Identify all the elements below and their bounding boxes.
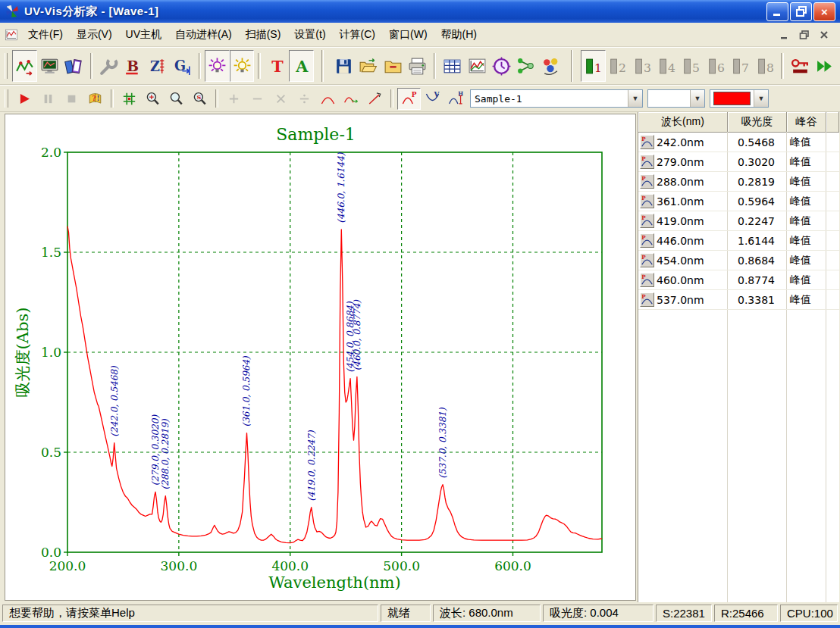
open-button[interactable] xyxy=(356,50,381,82)
sample-combobox[interactable]: Sample-1▼ xyxy=(470,89,643,108)
column-header-1[interactable]: 波长(nm) xyxy=(638,112,728,132)
close-button[interactable]: × xyxy=(813,2,835,21)
print-button[interactable] xyxy=(405,50,429,82)
zero-calibrate-button[interactable]: Z xyxy=(146,50,170,82)
column-header-4[interactable] xyxy=(826,112,839,132)
svg-text:S: S xyxy=(196,93,201,101)
chevron-down-icon[interactable]: ▼ xyxy=(690,90,704,107)
peak-table-row[interactable]: P460.0nm0.8774峰值 xyxy=(638,270,839,290)
zoom-in-button[interactable] xyxy=(141,88,165,110)
goto-wavelength-button[interactable]: G xyxy=(170,50,194,82)
minimize-button[interactable] xyxy=(766,2,788,21)
setup-wrench-button[interactable] xyxy=(96,50,121,82)
zoom-out-button[interactable] xyxy=(165,88,188,110)
baseline-b-button[interactable]: B xyxy=(121,50,146,82)
menu-item-4[interactable]: 自动进样(A) xyxy=(168,23,239,46)
wavelength-cell: 288.0nm xyxy=(657,176,726,188)
menu-item-9[interactable]: 帮助(H) xyxy=(434,23,484,46)
peak-height-button[interactable]: H xyxy=(444,88,468,110)
svg-text:8: 8 xyxy=(766,61,774,75)
help-books-button[interactable] xyxy=(61,50,86,82)
palette-button[interactable] xyxy=(538,50,563,82)
cell-icon: 2 xyxy=(607,56,628,77)
text-a-icon: A xyxy=(291,56,312,77)
close-document-button[interactable] xyxy=(817,29,831,41)
cell-icon: 4 xyxy=(657,56,677,77)
w-lamp-button[interactable] xyxy=(230,50,254,82)
menu-item-3[interactable]: UV主机 xyxy=(119,23,168,46)
save-button[interactable] xyxy=(331,50,356,82)
cell-5-button[interactable]: 5 xyxy=(679,50,704,82)
cell-8-button[interactable]: 8 xyxy=(753,50,777,82)
chevron-down-icon[interactable]: ▼ xyxy=(754,90,768,107)
peak-table-row[interactable]: P279.0nm0.3020峰值 xyxy=(638,152,839,172)
key-button[interactable] xyxy=(788,50,812,82)
grid-toggle-button[interactable] xyxy=(118,88,141,110)
zoom-select-button[interactable]: S xyxy=(188,88,212,110)
svg-text:T: T xyxy=(271,57,284,75)
restore-document-button[interactable] xyxy=(798,29,811,41)
curve-color-combobox[interactable]: ▼ xyxy=(710,89,769,108)
cell-7-button[interactable]: 7 xyxy=(729,50,753,82)
annotation-button[interactable]: A xyxy=(289,50,313,82)
data-table-button[interactable] xyxy=(440,50,464,82)
menu-item-7[interactable]: 计算(C) xyxy=(333,23,382,46)
cell-1-button[interactable]: 1 xyxy=(581,50,605,82)
app-window: UV-Vis分析家 - [Wave-1] × 文件(F)显示(V) xyxy=(0,0,840,628)
start-scan-button[interactable] xyxy=(13,88,36,110)
wavelength-cell: 460.0nm xyxy=(657,274,726,286)
slope-icon xyxy=(367,91,383,107)
sample-combobox-value: Sample-1 xyxy=(471,93,628,105)
peak-table-row[interactable]: P537.0nm0.3381峰值 xyxy=(638,290,839,310)
toolbar-grip[interactable] xyxy=(5,53,8,79)
cell-icon: 5 xyxy=(681,56,701,77)
peak-pick-button[interactable] xyxy=(340,88,363,110)
cell-3-button[interactable]: 3 xyxy=(630,50,654,82)
fast-forward-button[interactable] xyxy=(812,50,836,82)
help-book-button[interactable]: ?! xyxy=(83,88,107,110)
peak-table-row[interactable]: P288.0nm0.2819峰值 xyxy=(638,172,839,192)
peak-table-row[interactable]: P446.0nm1.6144峰值 xyxy=(638,231,839,251)
peak-table-row[interactable]: P454.0nm0.8684峰值 xyxy=(638,251,839,270)
chart-view-button[interactable] xyxy=(465,50,489,82)
menu-item-2[interactable]: 显示(V) xyxy=(70,23,119,46)
derivative-button[interactable] xyxy=(363,88,387,110)
restore-button[interactable] xyxy=(790,2,812,21)
toolbar-grip[interactable] xyxy=(5,89,8,108)
peak-label-button[interactable]: P xyxy=(397,88,421,110)
wavelength-cell: 454.0nm xyxy=(657,255,726,267)
menu-item-6[interactable]: 设置(t) xyxy=(287,23,332,46)
column-header-2[interactable]: 吸光度 xyxy=(728,112,787,132)
wavelength-cell: 446.0nm xyxy=(657,235,726,247)
d2-lamp-button[interactable] xyxy=(205,50,229,82)
minimize-document-button[interactable] xyxy=(778,29,791,41)
title-bar: UV-Vis分析家 - [Wave-1] × xyxy=(0,0,840,23)
text-label-button[interactable]: T xyxy=(265,50,289,82)
peak-table-row[interactable]: P361.0nm0.5964峰值 xyxy=(638,192,839,211)
scale-combobox[interactable]: ▼ xyxy=(647,89,705,108)
monitor-button[interactable] xyxy=(37,50,61,82)
cell-4-button[interactable]: 4 xyxy=(654,50,679,82)
column-header-3[interactable]: 峰谷 xyxy=(787,112,826,132)
cell-2-button[interactable]: 2 xyxy=(606,50,630,82)
peak-table-row[interactable]: P242.0nm0.5468峰值 xyxy=(638,133,839,152)
menu-item-8[interactable]: 窗口(W) xyxy=(382,23,434,46)
timer-button[interactable] xyxy=(489,50,513,82)
lamp-purple-icon xyxy=(207,56,227,77)
peak-type-cell: 峰值 xyxy=(781,175,820,189)
cell-icon: 8 xyxy=(755,56,776,77)
wave-scan-button[interactable] xyxy=(12,50,36,82)
valley-label-button[interactable]: V xyxy=(421,88,444,110)
subtract-curves-button xyxy=(246,88,269,110)
share-button[interactable] xyxy=(514,50,538,82)
peak-h-icon: H xyxy=(448,91,464,107)
absorbance-cell: 0.5468 xyxy=(726,136,781,148)
cell-6-button[interactable]: 6 xyxy=(704,50,728,82)
peak-detect-button[interactable] xyxy=(316,88,340,110)
menu-item-1[interactable]: 文件(F) xyxy=(21,23,70,46)
menu-item-5[interactable]: 扫描(S) xyxy=(239,23,288,46)
close-file-button[interactable] xyxy=(381,50,405,82)
chevron-down-icon[interactable]: ▼ xyxy=(628,90,642,107)
text-t-icon: T xyxy=(267,56,287,77)
peak-table-row[interactable]: P419.0nm0.2247峰值 xyxy=(638,211,839,231)
